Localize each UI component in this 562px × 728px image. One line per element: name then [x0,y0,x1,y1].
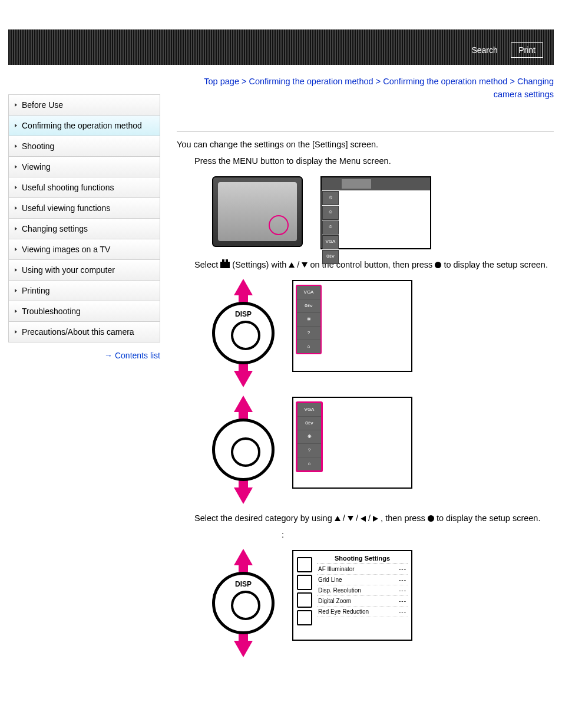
down-icon [348,516,353,521]
print-button[interactable]: Print [511,42,543,58]
sidebar-nav: Before Use Confirming the operation meth… [8,94,160,667]
breadcrumb: Top page > Confirming the operation meth… [177,75,554,101]
contents-list-link[interactable]: →Contents list [8,351,160,360]
arrow-right-icon: → [104,351,113,360]
down-icon [302,262,308,268]
settings-icon [220,262,230,268]
nav-useful-shooting[interactable]: Useful shooting functions [8,177,160,198]
divider [177,131,554,131]
up-icon [289,262,295,268]
right-icon [373,516,378,522]
camera-illustration [212,176,303,247]
control-updown-illustration: DISP [212,280,275,386]
nav-shooting[interactable]: Shooting [8,136,160,157]
intro-text: You can change the settings on the [Sett… [177,140,554,149]
nav-useful-viewing[interactable]: Useful viewing functions [8,198,160,219]
bc-2[interactable]: Confirming the operation method [383,77,507,86]
center-button-icon [435,262,441,268]
nav-viewing[interactable]: Viewing [8,157,160,177]
menu-screen-illustration: ⦸☺☺VGA0ᴇᴠ [320,176,431,249]
bc-1[interactable]: Confirming the operation method [249,77,373,86]
nav-confirming-operation[interactable]: Confirming the operation method [8,116,160,136]
colon-text: : [224,530,342,539]
header-band: Search Print [8,29,554,65]
menu-stack-highlight-illustration: VGA0ᴇᴠ❋?⌂ [292,397,412,489]
control-updown-illustration-3: DISP [212,550,275,656]
control-updown-illustration-2 [212,397,275,503]
nav-before-use[interactable]: Before Use [8,94,160,116]
main-content: Top page > Confirming the operation meth… [160,65,554,667]
step2-text: Select (Settings) with / on the control … [194,260,554,269]
center-button-icon [428,515,434,522]
menu-stack-illustration: VGA0ᴇᴠ❋?⌂ [292,280,412,372]
nav-precautions[interactable]: Precautions/About this camera [8,322,160,342]
search-button[interactable]: Search [464,43,504,57]
nav-printing[interactable]: Printing [8,281,160,301]
nav-changing-settings[interactable]: Changing settings [8,219,160,239]
up-icon [335,516,340,521]
step1-text: Press the MENU button to display the Men… [194,156,554,166]
shooting-settings-illustration: Shooting Settings AF Illuminator--- Grid… [292,550,412,641]
nav-viewing-tv[interactable]: Viewing images on a TV [8,239,160,260]
nav-troubleshooting[interactable]: Troubleshooting [8,301,160,322]
left-icon [361,516,366,522]
nav-using-computer[interactable]: Using with your computer [8,260,160,281]
step3-text: Select the desired category by using / /… [194,513,554,523]
bc-top[interactable]: Top page [204,77,239,86]
